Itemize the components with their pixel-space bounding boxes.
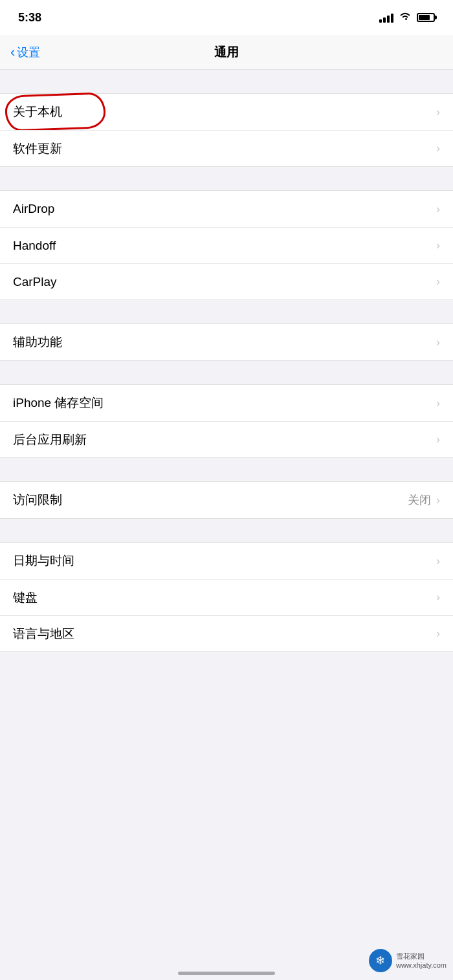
language-region-right: › — [436, 627, 440, 640]
settings-item-handoff[interactable]: Handoff › — [0, 227, 453, 263]
watermark: ❄ 雪花家园 www.xhjaty.com — [369, 949, 447, 972]
home-indicator — [178, 972, 275, 975]
bg-refresh-label: 后台应用刷新 — [13, 431, 87, 448]
settings-item-bg-refresh[interactable]: 后台应用刷新 › — [0, 421, 453, 457]
datetime-right: › — [436, 554, 440, 568]
handoff-right: › — [436, 239, 440, 252]
back-label: 设置 — [17, 45, 40, 60]
chevron-right-icon: › — [436, 627, 440, 640]
chevron-right-icon: › — [436, 239, 440, 252]
airdrop-right: › — [436, 202, 440, 216]
section-storage: iPhone 储存空间 › 后台应用刷新 › — [0, 384, 453, 458]
accessibility-right: › — [436, 336, 440, 349]
settings-item-about[interactable]: 关于本机 › — [0, 94, 453, 130]
signal-icon — [379, 12, 393, 23]
status-bar: 5:38 — [0, 0, 453, 35]
software-update-label: 软件更新 — [13, 140, 62, 157]
status-time: 5:38 — [18, 11, 41, 25]
airdrop-label: AirDrop — [13, 202, 54, 216]
section-gap-1 — [0, 70, 453, 93]
restrictions-right: 关闭 › — [408, 492, 440, 508]
watermark-text: 雪花家园 www.xhjaty.com — [396, 952, 447, 970]
bottom-gap — [0, 652, 453, 704]
section-about: 关于本机 › 软件更新 › — [0, 93, 453, 167]
language-region-label: 语言与地区 — [13, 626, 74, 642]
about-right: › — [436, 105, 440, 119]
section-datetime: 日期与时间 › 键盘 › 语言与地区 › — [0, 542, 453, 652]
section-continuity: AirDrop › Handoff › CarPlay › — [0, 190, 453, 300]
back-button[interactable]: ‹ 设置 — [10, 45, 40, 60]
settings-item-restrictions[interactable]: 访问限制 关闭 › — [0, 482, 453, 518]
carplay-right: › — [436, 275, 440, 289]
about-label: 关于本机 — [13, 103, 62, 120]
restrictions-value: 关闭 — [408, 492, 431, 508]
chevron-right-icon: › — [436, 105, 440, 119]
settings-item-accessibility[interactable]: 辅助功能 › — [0, 324, 453, 360]
iphone-storage-right: › — [436, 397, 440, 410]
settings-item-keyboard[interactable]: 键盘 › — [0, 579, 453, 615]
chevron-right-icon: › — [436, 433, 440, 446]
settings-item-iphone-storage[interactable]: iPhone 储存空间 › — [0, 385, 453, 421]
chevron-right-icon: › — [436, 142, 440, 155]
chevron-right-icon: › — [436, 591, 440, 604]
chevron-right-icon: › — [436, 397, 440, 410]
nav-bar: ‹ 设置 通用 — [0, 35, 453, 70]
settings-item-datetime[interactable]: 日期与时间 › — [0, 543, 453, 579]
chevron-right-icon: › — [436, 336, 440, 349]
software-update-right: › — [436, 142, 440, 155]
chevron-right-icon: › — [436, 275, 440, 289]
section-gap-5 — [0, 458, 453, 481]
carplay-label: CarPlay — [13, 275, 57, 289]
back-chevron-icon: ‹ — [10, 45, 15, 60]
watermark-logo: ❄ — [369, 949, 392, 972]
section-gap-2 — [0, 167, 453, 190]
iphone-storage-label: iPhone 储存空间 — [13, 395, 104, 411]
chevron-right-icon: › — [436, 202, 440, 216]
settings-item-language-region[interactable]: 语言与地区 › — [0, 615, 453, 651]
keyboard-label: 键盘 — [13, 589, 38, 606]
watermark-site: www.xhjaty.com — [396, 961, 447, 970]
restrictions-label: 访问限制 — [13, 492, 62, 508]
section-accessibility: 辅助功能 › — [0, 323, 453, 361]
page-title: 通用 — [214, 44, 239, 61]
section-restrictions: 访问限制 关闭 › — [0, 481, 453, 519]
watermark-name: 雪花家园 — [396, 952, 447, 961]
section-gap-4 — [0, 361, 453, 384]
settings-item-airdrop[interactable]: AirDrop › — [0, 191, 453, 227]
status-icons — [379, 11, 435, 24]
wifi-icon — [399, 11, 412, 24]
datetime-label: 日期与时间 — [13, 552, 74, 569]
chevron-right-icon: › — [436, 554, 440, 568]
battery-icon — [417, 13, 435, 22]
section-gap-6 — [0, 519, 453, 542]
handoff-label: Handoff — [13, 239, 56, 253]
keyboard-right: › — [436, 591, 440, 604]
section-gap-3 — [0, 300, 453, 323]
settings-item-carplay[interactable]: CarPlay › — [0, 263, 453, 299]
chevron-right-icon: › — [436, 494, 440, 507]
settings-item-software-update[interactable]: 软件更新 › — [0, 130, 453, 166]
accessibility-label: 辅助功能 — [13, 334, 62, 351]
bg-refresh-right: › — [436, 433, 440, 446]
